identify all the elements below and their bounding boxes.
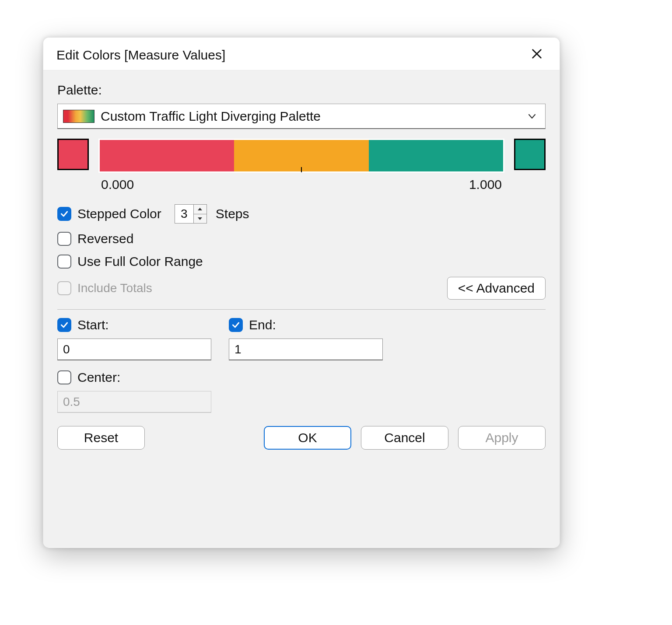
start-checkbox[interactable] xyxy=(57,318,71,332)
close-icon xyxy=(531,48,543,63)
steps-spinner[interactable]: 3 xyxy=(175,204,207,223)
end-label: End: xyxy=(249,318,276,332)
dialog-title: Edit Colors [Measure Values] xyxy=(56,48,225,63)
steps-value[interactable]: 3 xyxy=(175,205,193,223)
dialog-window: Edit Colors [Measure Values] Palette: Cu… xyxy=(43,37,560,548)
section-divider xyxy=(57,309,546,310)
stepped-color-checkbox[interactable] xyxy=(57,207,71,221)
end-checkbox[interactable] xyxy=(229,318,243,332)
reversed-row: Reversed xyxy=(57,231,546,246)
start-label: Start: xyxy=(77,318,109,332)
center-tick-icon xyxy=(301,167,302,172)
cancel-button[interactable]: Cancel xyxy=(361,426,448,450)
range-labels: 0.000 1.000 xyxy=(98,173,504,192)
apply-button: Apply xyxy=(458,426,546,450)
use-full-range-label: Use Full Color Range xyxy=(77,254,203,269)
center-label: Center: xyxy=(77,370,120,385)
chevron-down-icon xyxy=(527,111,537,122)
palette-dropdown[interactable]: Custom Traffic Light Diverging Palette xyxy=(57,104,546,129)
stepped-color-label: Stepped Color xyxy=(77,206,161,221)
reversed-checkbox[interactable] xyxy=(57,232,71,246)
gradient-preview xyxy=(98,139,504,173)
start-color-swatch[interactable] xyxy=(57,139,89,170)
steps-up-button[interactable] xyxy=(194,205,206,214)
end-color-swatch[interactable] xyxy=(514,139,546,170)
start-column: Start: xyxy=(57,318,211,360)
include-totals-label: Include Totals xyxy=(77,281,152,295)
gradient-column: 0.000 1.000 xyxy=(98,139,504,192)
range-min-label: 0.000 xyxy=(101,177,134,192)
start-end-row: Start: End: xyxy=(57,318,546,360)
ok-button[interactable]: OK xyxy=(264,426,351,450)
reset-button[interactable]: Reset xyxy=(57,426,145,450)
center-checkbox[interactable] xyxy=(57,370,71,384)
start-input[interactable] xyxy=(57,339,211,360)
steps-suffix-label: Steps xyxy=(216,206,249,221)
gradient-step-3 xyxy=(369,140,503,171)
full-range-row: Use Full Color Range xyxy=(57,254,546,269)
stepped-color-row: Stepped Color 3 Steps xyxy=(57,204,546,223)
include-totals-row: Include Totals << Advanced xyxy=(57,277,546,300)
color-preview-row: 0.000 1.000 xyxy=(57,139,546,192)
end-input[interactable] xyxy=(229,339,383,360)
center-row: Center: xyxy=(57,370,211,413)
use-full-range-checkbox[interactable] xyxy=(57,255,71,269)
include-totals-checkbox xyxy=(57,281,71,295)
center-input xyxy=(57,391,211,413)
advanced-toggle-button[interactable]: << Advanced xyxy=(447,277,546,300)
end-column: End: xyxy=(229,318,383,360)
palette-swatch-icon xyxy=(63,110,94,123)
palette-label: Palette: xyxy=(57,83,546,98)
steps-down-button[interactable] xyxy=(194,214,206,223)
palette-selected-name: Custom Traffic Light Diverging Palette xyxy=(101,109,521,124)
titlebar: Edit Colors [Measure Values] xyxy=(43,38,560,70)
dialog-body: Palette: Custom Traffic Light Diverging … xyxy=(43,70,560,547)
close-button[interactable] xyxy=(527,45,546,65)
dialog-button-row: Reset OK Cancel Apply xyxy=(57,426,546,450)
reversed-label: Reversed xyxy=(77,231,133,246)
range-max-label: 1.000 xyxy=(469,177,502,192)
gradient-step-1 xyxy=(100,140,234,171)
